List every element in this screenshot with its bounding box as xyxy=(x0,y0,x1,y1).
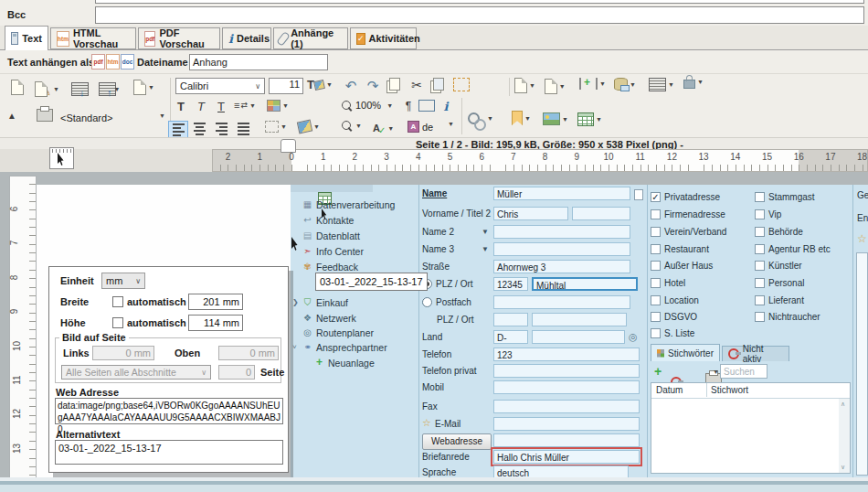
form-field-name-3[interactable] xyxy=(493,242,630,256)
sidebar-item-netzwerk[interactable]: ❖Netzwerk xyxy=(302,312,356,324)
form-field-stra-e[interactable]: Ahornweg 3 xyxy=(493,260,630,273)
web-adresse-textarea[interactable]: data:image/png;base64,iVBORw0KGgoAAAANSU… xyxy=(55,398,283,424)
checkbox-firmenadresse[interactable] xyxy=(651,209,661,219)
form-field-plz-ort[interactable]: 12345 xyxy=(493,277,528,291)
embedded-screenshot-image[interactable]: ▦Datenverarbeitung↩Kontakte▤Datenblatt➣I… xyxy=(291,185,868,479)
language-dropdown[interactable]: ▼ xyxy=(446,121,454,127)
checkbox-au-er-haus[interactable] xyxy=(651,261,661,271)
checkbox-beh-rde[interactable] xyxy=(755,227,765,237)
checkbox-personal[interactable] xyxy=(755,278,765,288)
add-page-button[interactable]: +▼ xyxy=(545,78,566,94)
scroll-down-icon[interactable]: ∨ xyxy=(841,464,845,471)
label-dropdown-icon[interactable]: ▼ xyxy=(482,245,489,253)
form-field-telefon-privat[interactable] xyxy=(493,364,640,378)
add-keyword-button[interactable]: + xyxy=(654,364,662,379)
underline-button[interactable]: T xyxy=(214,100,228,113)
horizontal-ruler[interactable]: 210123456789101112131415161718 xyxy=(212,149,868,172)
checkbox-s-liste[interactable] xyxy=(651,328,661,338)
clear-format-button[interactable]: ▼ xyxy=(298,121,320,133)
undo-button[interactable]: ↶ xyxy=(342,78,360,94)
copy-button[interactable] xyxy=(386,78,404,91)
tab-anh-nge-1-[interactable]: Anhänge (1) xyxy=(273,27,348,49)
form-field-e-mail[interactable] xyxy=(493,417,640,431)
form-field-vorname-titel-2[interactable]: Chris xyxy=(493,207,568,220)
column-header-stichwort[interactable]: Stichwort xyxy=(711,385,748,395)
checkbox-vip[interactable] xyxy=(755,209,765,219)
form-field-plz-ort-2[interactable]: Mühltal xyxy=(532,277,638,291)
checkbox-nichtraucher[interactable] xyxy=(755,312,765,322)
form-field-webadresse[interactable] xyxy=(493,433,640,447)
search-button[interactable]: ▼ xyxy=(342,121,362,130)
tab-stichwoerter[interactable]: Stichwörter xyxy=(651,344,720,361)
checkbox-hotel[interactable] xyxy=(651,278,661,288)
text-frame-button[interactable] xyxy=(418,100,435,112)
print-button[interactable] xyxy=(37,109,53,122)
database-button[interactable]: ▼ xyxy=(614,78,636,91)
page-icon[interactable] xyxy=(634,187,643,198)
htm-format-icon[interactable]: htm xyxy=(106,54,120,70)
checkbox-stammgast[interactable] xyxy=(755,192,765,202)
sidebar-item-ansprechpartner[interactable]: ⚭Ansprechpartner xyxy=(302,341,387,353)
webadresse-button[interactable]: Webadresse xyxy=(422,433,492,450)
checkbox-lieferant[interactable] xyxy=(755,295,765,305)
tab-details[interactable]: iDetails xyxy=(222,27,271,49)
export-page-button[interactable]: ▼ xyxy=(514,78,535,93)
first-line-indent-handle[interactable] xyxy=(281,139,296,153)
sidebar-item-feedback[interactable]: ✾Feedback xyxy=(302,261,358,273)
bold-button[interactable]: T xyxy=(174,100,188,113)
info-button[interactable]: i xyxy=(440,100,451,113)
field-label-name[interactable]: Name xyxy=(422,188,447,198)
pdf-format-icon[interactable]: pdf xyxy=(91,54,105,70)
font-size-input[interactable]: 11 xyxy=(269,78,303,94)
tab-text[interactable]: Text xyxy=(5,26,48,50)
pointer-tool-button[interactable] xyxy=(49,147,74,169)
checkbox-privatadresse[interactable]: ✓ xyxy=(651,192,661,202)
checkbox-verein-verband[interactable] xyxy=(651,227,661,237)
expander-icon[interactable]: ˅ xyxy=(292,343,297,351)
keyword-search-input[interactable]: Suchen xyxy=(720,364,767,379)
format-painter-button[interactable]: T▼ xyxy=(307,78,333,91)
font-family-select[interactable]: Calibri∨ xyxy=(175,78,265,94)
table-scrollbar[interactable] xyxy=(839,399,850,473)
new-document-button[interactable] xyxy=(11,80,24,95)
cc-input[interactable] xyxy=(95,0,864,4)
sidebar-item-einkauf[interactable]: ⛉Einkauf xyxy=(302,296,348,308)
checkbox-agentur-rb-etc[interactable] xyxy=(755,244,765,254)
checkbox-restaurant[interactable] xyxy=(651,244,661,254)
expander-icon[interactable]: ❯ xyxy=(292,298,299,306)
unit-select[interactable]: mm∨ xyxy=(101,273,145,289)
scroll-up-icon[interactable]: ∧ xyxy=(841,401,845,408)
page-options-button[interactable]: ▼ xyxy=(133,80,154,95)
cut-button[interactable]: ✂ xyxy=(408,78,426,92)
form-field-telefon[interactable]: 123 xyxy=(493,348,640,361)
spellcheck-button[interactable]: A✓▼ xyxy=(373,121,394,135)
form-field-vorname-titel-2-2[interactable] xyxy=(572,207,630,220)
form-field-briefanrede[interactable]: Hallo Chris Müller xyxy=(493,450,640,464)
sidebar-item-datenblatt[interactable]: ▤Datenblatt xyxy=(302,230,360,241)
form-field-fax[interactable] xyxy=(493,400,640,413)
checkbox-k-nstler[interactable] xyxy=(755,261,765,271)
form-field-plz-ort-2[interactable] xyxy=(532,313,627,326)
list-view-button[interactable]: ▼ xyxy=(649,78,674,91)
form-field-plz-ort[interactable] xyxy=(493,313,528,326)
align-center-button[interactable] xyxy=(190,121,208,137)
alternativtext-input[interactable]: 03-01-_2022_15-13-17 xyxy=(55,440,283,465)
vertical-ruler[interactable]: 67891011121314 xyxy=(9,176,37,492)
lock-button[interactable]: ▼ xyxy=(683,75,704,89)
sidebar-item-routenplaner[interactable]: ◎Routenplaner xyxy=(302,326,374,338)
breite-auto-checkbox[interactable] xyxy=(112,296,123,307)
form-field-postfach[interactable] xyxy=(493,295,630,309)
tab-html-vorschau[interactable]: htmHTML Vorschau xyxy=(50,27,136,49)
printer-profile-dropdown[interactable]: ▼ xyxy=(157,112,165,119)
pilcrow-button[interactable]: ¶ xyxy=(402,100,415,112)
tab-pdf-vorschau[interactable]: pdfPDF Vorschau xyxy=(138,27,220,49)
hoehe-auto-checkbox[interactable] xyxy=(112,317,123,328)
bcc-input[interactable] xyxy=(95,6,864,24)
paste-button[interactable] xyxy=(429,78,448,91)
language-button[interactable]: Ade xyxy=(408,121,433,133)
doc-format-icon[interactable]: doc xyxy=(121,54,134,70)
insert-table-button[interactable]: ▼ xyxy=(577,112,602,126)
highlight-color-button[interactable]: ▼ xyxy=(267,100,289,112)
hoehe-input[interactable]: 114 mm xyxy=(188,315,243,331)
column-header-datum[interactable]: Datum xyxy=(656,385,683,395)
